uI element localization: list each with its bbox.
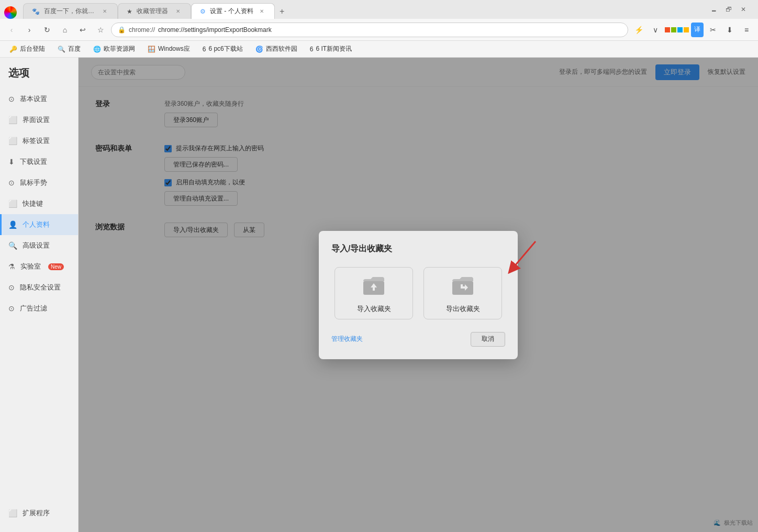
- sidebar-label-ui: 界面设置: [23, 115, 50, 125]
- translate-button[interactable]: 译: [691, 23, 704, 37]
- address-url: chrome://settings/importExportBookmark: [158, 26, 272, 34]
- bookmark-icon-oufeiz: 🌐: [93, 46, 101, 53]
- bookmark-label-xixi: 西西软件园: [266, 45, 297, 53]
- svg-line-5: [512, 241, 536, 269]
- sidebar-label-basic: 基本设置: [20, 94, 47, 104]
- settings-content-area: 登录后，即可多端同步您的设置 立即登录 恢复默认设置 登录 登录360账户，收藏…: [79, 58, 758, 532]
- sidebar-item-profile[interactable]: 👤 个人资料: [0, 214, 78, 235]
- bookmark-icon-baidu: 🔍: [58, 46, 65, 53]
- tab-bookmarks[interactable]: ★ 收藏管理器 ✕: [118, 3, 191, 19]
- sidebar-icon-advanced: 🔍: [8, 241, 17, 250]
- bookmark-icon-pc6: 6: [203, 46, 206, 53]
- sidebar-item-download[interactable]: ⬇ 下载设置: [0, 151, 78, 172]
- sidebar: 选项 ⊙ 基本设置 ⬜ 界面设置 ⬜ 标签设置 ⬇ 下载设置 ⊙ 鼠标手势 ⬜ …: [0, 58, 79, 532]
- sidebar-item-mouse[interactable]: ⊙ 鼠标手势: [0, 172, 78, 193]
- download-nav-button[interactable]: ⬇: [722, 23, 737, 37]
- main-area: 选项 ⊙ 基本设置 ⬜ 界面设置 ⬜ 标签设置 ⬇ 下载设置 ⊙ 鼠标手势 ⬜ …: [0, 58, 758, 532]
- bookmark-icon-xixi: 🌀: [255, 46, 263, 53]
- sidebar-icon-privacy: ⊙: [8, 283, 15, 292]
- bookmarks-bar: 🔑 后台登陆 🔍 百度 🌐 欧菲资源网 🪟 Windows应 6 6 pc6下载…: [0, 41, 758, 58]
- tab-baidu-label: 百度一下，你就知道: [44, 7, 96, 16]
- bookmark-icon-windows: 🪟: [148, 46, 155, 53]
- address-bar[interactable]: 🔒 chrome://chrome://settings/importExpor…: [111, 23, 628, 37]
- bookmark-item-oufeiz[interactable]: 🌐 欧菲资源网: [88, 43, 140, 56]
- tab-settings-close[interactable]: ✕: [258, 7, 266, 16]
- nav-dropdown[interactable]: ∨: [648, 23, 663, 37]
- sidebar-label-tab: 标签设置: [23, 136, 50, 146]
- import-option[interactable]: 导入收藏夹: [335, 267, 413, 319]
- bookmark-item-xixi[interactable]: 🌀 西西软件园: [250, 43, 303, 56]
- nav-right-buttons: ⚡ ∨ 译 ✂ ⬇ ≡: [631, 23, 754, 37]
- lab-new-badge: New: [48, 263, 64, 270]
- sidebar-label-privacy: 隐私安全设置: [20, 283, 61, 292]
- sidebar-icon-download: ⬇: [8, 158, 15, 166]
- bookmark-item-login[interactable]: 🔑 后台登陆: [4, 43, 50, 56]
- bookmark-label-windows: Windows应: [158, 45, 190, 53]
- dialog-options: 导入收藏夹 导出收藏夹: [331, 267, 505, 319]
- sidebar-icon-shortcut: ⬜: [8, 199, 17, 208]
- export-option[interactable]: 导出收藏夹: [423, 267, 502, 319]
- tab-bookmarks-close[interactable]: ✕: [174, 7, 182, 16]
- browser-logo: [4, 6, 17, 19]
- sidebar-icon-mouse: ⊙: [8, 179, 15, 187]
- export-option-label: 导出收藏夹: [446, 304, 480, 314]
- forward-button[interactable]: ›: [22, 23, 37, 37]
- sidebar-label-profile: 个人资料: [23, 220, 50, 229]
- sidebar-item-advanced[interactable]: 🔍 高级设置: [0, 235, 78, 256]
- dialog-title: 导入/导出收藏夹: [331, 243, 505, 254]
- tab-settings[interactable]: ⚙ 设置 - 个人资料 ✕: [191, 3, 275, 19]
- home-button[interactable]: ⌂: [58, 23, 72, 37]
- minimize-button[interactable]: 🗕: [708, 3, 720, 16]
- sidebar-icon-ui: ⬜: [8, 116, 17, 124]
- sidebar-icon-profile: 👤: [8, 220, 17, 229]
- sidebar-icon-basic: ⊙: [8, 95, 15, 103]
- sidebar-item-ui[interactable]: ⬜ 界面设置: [0, 109, 78, 130]
- back2-button[interactable]: ↩: [75, 23, 90, 37]
- cancel-button[interactable]: 取消: [471, 332, 505, 347]
- import-option-label: 导入收藏夹: [357, 304, 391, 314]
- bookmark-star-button[interactable]: ☆: [93, 23, 108, 37]
- sidebar-icon-tab: ⬜: [8, 137, 17, 145]
- tab-baidu[interactable]: 🐾 百度一下，你就知道 ✕: [23, 3, 118, 19]
- sidebar-label-advanced: 高级设置: [23, 241, 50, 250]
- tab-baidu-icon: 🐾: [32, 8, 40, 15]
- close-button[interactable]: ✕: [737, 3, 750, 16]
- sidebar-label-lab: 实验室: [20, 262, 41, 271]
- bookmark-item-baidu[interactable]: 🔍 百度: [52, 43, 86, 56]
- bookmark-item-pc6[interactable]: 6 6 pc6下载站: [197, 43, 248, 56]
- new-tab-button[interactable]: +: [275, 4, 289, 19]
- sidebar-label-ads: 广告过滤: [20, 304, 47, 313]
- nav-icon1[interactable]: ⚡: [631, 23, 646, 37]
- sidebar-label-shortcut: 快捷键: [23, 199, 43, 208]
- maximize-button[interactable]: 🗗: [722, 3, 735, 16]
- menu-button[interactable]: ≡: [739, 23, 754, 37]
- sidebar-item-basic[interactable]: ⊙ 基本设置: [0, 88, 78, 109]
- sidebar-label-mouse: 鼠标手势: [20, 178, 47, 187]
- sidebar-item-privacy[interactable]: ⊙ 隐私安全设置: [0, 277, 78, 298]
- sidebar-icon-extensions: ⬜: [8, 509, 17, 517]
- tab-settings-icon: ⚙: [200, 8, 206, 15]
- tabs-bar: 🐾 百度一下，你就知道 ✕ ★ 收藏管理器 ✕ ⚙ 设置 - 个人资料 ✕ + …: [0, 0, 758, 19]
- scissors-button[interactable]: ✂: [706, 23, 720, 37]
- back-button[interactable]: ‹: [4, 23, 19, 37]
- dialog-footer: 管理收藏夹 取消: [331, 332, 505, 347]
- tab-baidu-close[interactable]: ✕: [101, 7, 109, 16]
- bookmark-label-login: 后台登陆: [20, 45, 45, 53]
- sidebar-label-download: 下载设置: [20, 157, 47, 167]
- windows-tiles: [665, 27, 689, 32]
- sidebar-item-lab[interactable]: ⚗ 实验室 New: [0, 256, 78, 277]
- bookmark-item-windows[interactable]: 🪟 Windows应: [142, 43, 195, 56]
- bookmark-item-itnews[interactable]: 6 6 IT新闻资讯: [305, 43, 357, 56]
- bookmark-label-itnews: 6 IT新闻资讯: [316, 45, 352, 53]
- address-scheme: chrome://: [129, 26, 155, 34]
- sidebar-title: 选项: [0, 66, 78, 88]
- sidebar-item-extensions[interactable]: ⬜ 扩展程序: [0, 503, 78, 524]
- bookmark-label-oufeiz: 欧菲资源网: [104, 45, 135, 53]
- sidebar-item-ads[interactable]: ⊙ 广告过滤: [0, 298, 78, 319]
- manage-bookmarks-link[interactable]: 管理收藏夹: [331, 335, 363, 343]
- bookmark-label-baidu: 百度: [68, 45, 81, 53]
- sidebar-item-tab[interactable]: ⬜ 标签设置: [0, 130, 78, 151]
- refresh-button[interactable]: ↻: [40, 23, 54, 37]
- sidebar-item-shortcut[interactable]: ⬜ 快捷键: [0, 193, 78, 214]
- modal-overlay: 导入/导出收藏夹 导入收藏夹: [79, 58, 758, 532]
